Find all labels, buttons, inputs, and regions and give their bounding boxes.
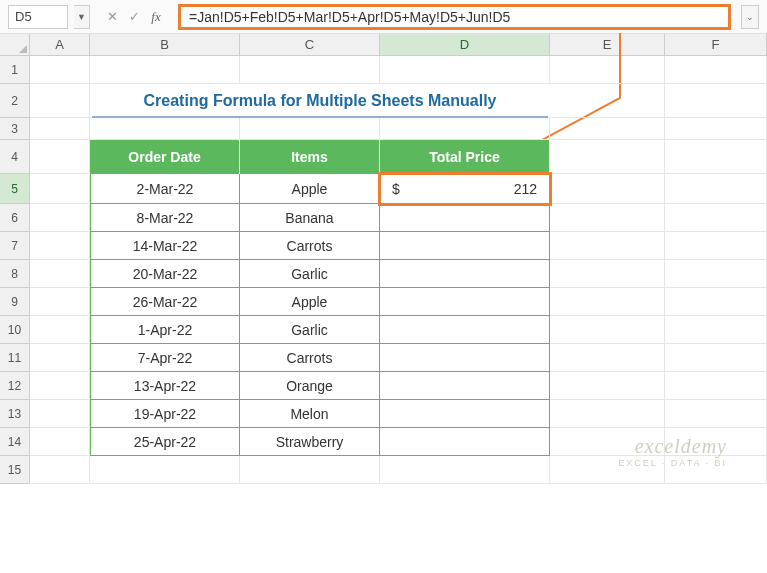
cell[interactable] [550, 204, 665, 232]
table-cell-item[interactable]: Garlic [240, 316, 380, 344]
cell[interactable] [30, 204, 90, 232]
cell[interactable] [550, 140, 665, 174]
cell[interactable] [665, 140, 767, 174]
cell[interactable] [30, 118, 90, 140]
table-cell-item[interactable]: Garlic [240, 260, 380, 288]
cell[interactable] [665, 174, 767, 204]
table-cell-item[interactable]: Carrots [240, 232, 380, 260]
cell[interactable] [665, 400, 767, 428]
table-cell-item[interactable]: Apple [240, 174, 380, 204]
row-header-13[interactable]: 13 [0, 400, 30, 428]
table-cell-item[interactable]: Orange [240, 372, 380, 400]
cell[interactable] [30, 84, 90, 118]
cell[interactable] [550, 316, 665, 344]
table-cell-date[interactable]: 2-Mar-22 [90, 174, 240, 204]
cell[interactable] [30, 456, 90, 484]
table-cell-date[interactable]: 1-Apr-22 [90, 316, 240, 344]
table-cell-date[interactable]: 13-Apr-22 [90, 372, 240, 400]
expand-formula-bar-icon[interactable]: ⌄ [741, 5, 759, 29]
cell[interactable] [30, 372, 90, 400]
cell[interactable] [240, 56, 380, 84]
cell[interactable] [665, 316, 767, 344]
table-header-date[interactable]: Order Date [90, 140, 240, 174]
table-cell-date[interactable]: 14-Mar-22 [90, 232, 240, 260]
col-header-D[interactable]: D [380, 34, 550, 55]
row-header-14[interactable]: 14 [0, 428, 30, 456]
row-header-1[interactable]: 1 [0, 56, 30, 84]
cell[interactable] [665, 344, 767, 372]
cell[interactable] [550, 232, 665, 260]
cell[interactable] [30, 56, 90, 84]
select-all-corner[interactable] [0, 34, 30, 55]
cell[interactable] [30, 428, 90, 456]
cell[interactable] [380, 456, 550, 484]
cell[interactable] [30, 344, 90, 372]
cell[interactable] [90, 118, 240, 140]
cell[interactable] [550, 118, 665, 140]
cell[interactable] [550, 344, 665, 372]
table-cell-date[interactable]: 26-Mar-22 [90, 288, 240, 316]
row-header-15[interactable]: 15 [0, 456, 30, 484]
table-cell-price[interactable] [380, 204, 550, 232]
cell[interactable] [665, 232, 767, 260]
cell[interactable] [665, 260, 767, 288]
col-header-A[interactable]: A [30, 34, 90, 55]
row-header-7[interactable]: 7 [0, 232, 30, 260]
row-header-8[interactable]: 8 [0, 260, 30, 288]
row-header-4[interactable]: 4 [0, 140, 30, 174]
table-cell-date[interactable]: 25-Apr-22 [90, 428, 240, 456]
row-header-9[interactable]: 9 [0, 288, 30, 316]
cell[interactable] [30, 316, 90, 344]
col-header-C[interactable]: C [240, 34, 380, 55]
table-cell-price[interactable] [380, 260, 550, 288]
table-cell-price[interactable] [380, 428, 550, 456]
cell[interactable] [550, 288, 665, 316]
table-cell-date[interactable]: 19-Apr-22 [90, 400, 240, 428]
cell[interactable] [30, 232, 90, 260]
cancel-icon[interactable]: ✕ [102, 7, 122, 27]
cell[interactable] [550, 56, 665, 84]
table-cell-item[interactable]: Strawberry [240, 428, 380, 456]
cell[interactable] [665, 204, 767, 232]
col-header-B[interactable]: B [90, 34, 240, 55]
cell[interactable] [550, 400, 665, 428]
name-box-dropdown-icon[interactable]: ▼ [74, 5, 90, 29]
cell[interactable] [550, 372, 665, 400]
cell[interactable] [665, 118, 767, 140]
row-header-12[interactable]: 12 [0, 372, 30, 400]
cell[interactable] [665, 288, 767, 316]
row-header-11[interactable]: 11 [0, 344, 30, 372]
table-header-price[interactable]: Total Price [380, 140, 550, 174]
table-cell-item[interactable]: Melon [240, 400, 380, 428]
cell[interactable] [380, 118, 550, 140]
row-header-10[interactable]: 10 [0, 316, 30, 344]
fx-icon[interactable]: fx [146, 7, 166, 27]
cell[interactable] [550, 174, 665, 204]
table-cell-price[interactable] [380, 344, 550, 372]
table-cell-item[interactable]: Apple [240, 288, 380, 316]
table-cell-price[interactable] [380, 232, 550, 260]
table-cell-price[interactable] [380, 372, 550, 400]
table-cell-date[interactable]: 8-Mar-22 [90, 204, 240, 232]
col-header-E[interactable]: E [550, 34, 665, 55]
cell[interactable] [30, 140, 90, 174]
cell[interactable] [380, 56, 550, 84]
cell[interactable] [30, 288, 90, 316]
table-cell-price[interactable] [380, 288, 550, 316]
table-cell-price[interactable] [380, 400, 550, 428]
table-cell-date[interactable]: 20-Mar-22 [90, 260, 240, 288]
cell[interactable] [90, 56, 240, 84]
table-cell-date[interactable]: 7-Apr-22 [90, 344, 240, 372]
cell[interactable] [665, 56, 767, 84]
cell[interactable] [550, 84, 665, 118]
row-header-6[interactable]: 6 [0, 204, 30, 232]
table-cell-item[interactable]: Carrots [240, 344, 380, 372]
cell[interactable] [550, 260, 665, 288]
cell[interactable] [665, 372, 767, 400]
cell[interactable] [30, 400, 90, 428]
table-header-items[interactable]: Items [240, 140, 380, 174]
table-cell-item[interactable]: Banana [240, 204, 380, 232]
table-cell-price[interactable] [380, 316, 550, 344]
active-cell[interactable]: $ 212 [380, 174, 550, 204]
name-box[interactable]: D5 [8, 5, 68, 29]
